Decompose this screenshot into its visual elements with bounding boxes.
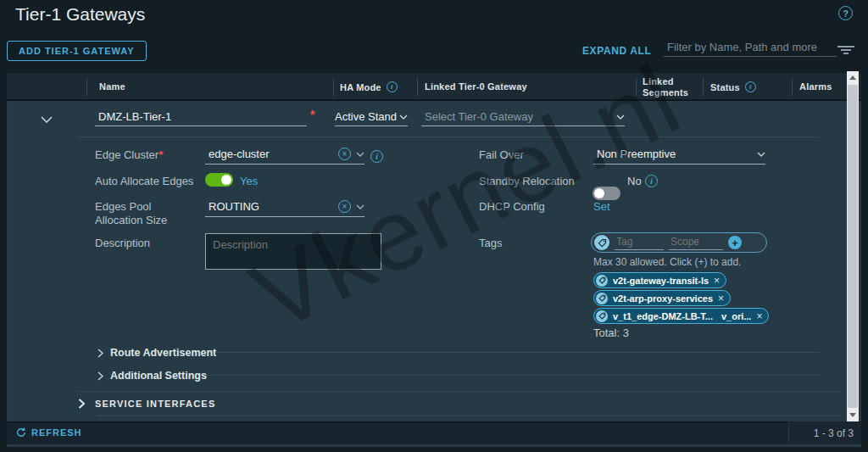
tags-hint: Max 30 allowed. Click (+) to add. (593, 256, 741, 268)
tag-entry-pill: + (591, 232, 767, 253)
tag-icon (596, 275, 608, 287)
column-header-status[interactable]: Status i (710, 81, 756, 92)
dhcp-config-label: DHCP Config (479, 200, 545, 213)
route-advertisement-section[interactable]: Route Advertisement (97, 347, 216, 359)
column-header-ha-mode[interactable]: HA Mode i (340, 81, 398, 92)
pool-size-combobox[interactable]: ROUTING × (205, 200, 364, 217)
info-glyph: i (650, 177, 653, 186)
info-glyph: i (391, 83, 392, 91)
remove-tag-icon[interactable]: × (718, 293, 724, 304)
gateway-name-input[interactable] (95, 110, 307, 126)
edge-cluster-label: Edge Cluster* (95, 148, 163, 161)
scroll-down-arrow[interactable] (849, 413, 856, 417)
service-interfaces-section[interactable]: SERVICE INTERFACES (78, 399, 215, 409)
chevron-down-icon[interactable] (356, 152, 364, 157)
ha-mode-header-label: HA Mode (340, 82, 381, 92)
info-glyph: i (376, 153, 378, 161)
filter-input[interactable] (664, 41, 837, 57)
additional-settings-section[interactable]: Additional Settings (97, 370, 207, 382)
pagination-text: 1 - 3 of 3 (814, 427, 854, 439)
chevron-right-icon (97, 371, 103, 381)
refresh-button[interactable]: REFRESH (16, 427, 82, 438)
chevron-down-icon (757, 152, 765, 157)
info-glyph: i (749, 83, 751, 91)
linked-tier0-select[interactable]: Select Tier-0 Gateway (421, 110, 625, 126)
description-textarea[interactable] (205, 233, 381, 270)
route-advertisement-label: Route Advertisement (110, 347, 216, 359)
scroll-up-arrow[interactable] (849, 75, 856, 80)
tag-pill-label: v_t1_edge-DMZ-LB-T... (613, 311, 713, 321)
auto-allocate-state: Yes (240, 175, 258, 187)
column-header-name[interactable]: Name (99, 81, 125, 92)
auto-allocate-label: Auto Allocate Edges (95, 175, 193, 187)
column-header-alarms[interactable]: Alarms (799, 81, 832, 92)
row-collapse-chevron-icon[interactable] (41, 116, 53, 123)
tag-pill-scope: v_ori... (721, 311, 751, 321)
required-asterisk: * (159, 148, 163, 161)
refresh-icon (16, 427, 26, 438)
tag-pill-label: v2t-gateway-transit-ls (613, 276, 709, 286)
help-glyph: ? (843, 8, 849, 19)
tag-scope-input[interactable] (669, 236, 723, 250)
column-header-linked-segments[interactable]: Linked Segments (643, 76, 695, 98)
linked-tier0-placeholder: Select Tier-0 Gateway (421, 110, 533, 123)
standby-relocation-label: Standby Relocation (479, 175, 575, 187)
pool-size-value: ROUTING (205, 200, 338, 213)
pagination: 1 - 3 of 3 (788, 421, 860, 444)
tag-name-input[interactable] (615, 236, 664, 250)
table-footer (7, 421, 861, 444)
standby-relocation-toggle[interactable] (593, 187, 620, 200)
pool-size-label: Edges Pool Allocation Size (95, 200, 198, 227)
help-icon[interactable]: ? (838, 6, 853, 20)
fail-over-value: Non Preemptive (593, 148, 676, 160)
remove-tag-icon[interactable]: × (756, 311, 762, 321)
tags-total: Total: 3 (593, 326, 629, 339)
add-tier1-gateway-button[interactable]: ADD TIER-1 GATEWAY (7, 41, 147, 61)
tags-label: Tags (479, 237, 502, 249)
refresh-label: REFRESH (31, 427, 82, 438)
chevron-down-icon (399, 114, 408, 120)
ha-mode-info-icon[interactable]: i (387, 81, 398, 92)
chevron-down-icon (616, 114, 625, 120)
ha-mode-select[interactable]: Active Stand (335, 110, 408, 126)
service-interfaces-label: SERVICE INTERFACES (95, 399, 215, 409)
description-label: Description (95, 237, 150, 249)
fail-over-label: Fail Over (479, 148, 524, 161)
dhcp-set-link[interactable]: Set (593, 200, 610, 213)
edge-cluster-label-text: Edge Cluster (95, 148, 159, 161)
vertical-scrollbar[interactable] (847, 71, 859, 421)
edge-cluster-value: edge-cluster (205, 148, 338, 160)
plus-glyph: + (732, 237, 738, 249)
tag-pill: v2t-arp-proxy-services × (593, 290, 731, 306)
tag-icon (596, 310, 608, 322)
chevron-right-icon (78, 399, 85, 409)
clear-selection-icon[interactable]: × (338, 200, 351, 213)
clear-glyph: × (342, 202, 348, 211)
ha-mode-value: Active Stand (335, 110, 397, 123)
edge-cluster-combobox[interactable]: edge-cluster × (205, 148, 364, 165)
auto-allocate-toggle[interactable] (205, 173, 233, 187)
tag-pill: v2t-gateway-transit-ls × (593, 272, 726, 288)
chevron-right-icon (97, 349, 103, 358)
filter-icon[interactable] (837, 46, 854, 54)
edge-cluster-info-icon[interactable]: i (370, 150, 383, 163)
tier1-gateways-page: Tier-1 Gateways ? ADD TIER-1 GATEWAY EXP… (0, 0, 868, 452)
standby-relocation-info-icon[interactable]: i (645, 175, 658, 187)
clear-selection-icon[interactable]: × (338, 148, 351, 160)
status-header-label: Status (710, 82, 740, 92)
scroll-thumb[interactable] (848, 85, 858, 408)
column-header-linked-tier0[interactable]: Linked Tier-0 Gateway (425, 81, 527, 92)
tag-pill-label: v2t-arp-proxy-services (613, 293, 713, 304)
additional-settings-label: Additional Settings (110, 370, 207, 382)
clear-glyph: × (342, 149, 348, 159)
fail-over-select[interactable]: Non Preemptive (593, 148, 765, 165)
remove-tag-icon[interactable]: × (714, 276, 720, 286)
standby-relocation-state: No (627, 175, 642, 187)
name-required-asterisk: * (310, 108, 314, 121)
chevron-down-icon[interactable] (356, 204, 364, 209)
status-info-icon[interactable]: i (745, 81, 756, 92)
tag-icon (594, 235, 609, 250)
tag-pill: v_t1_edge-DMZ-LB-T... v_ori... × (593, 308, 769, 324)
expand-all-link[interactable]: EXPAND ALL (582, 45, 651, 57)
add-tag-button[interactable]: + (728, 236, 742, 249)
